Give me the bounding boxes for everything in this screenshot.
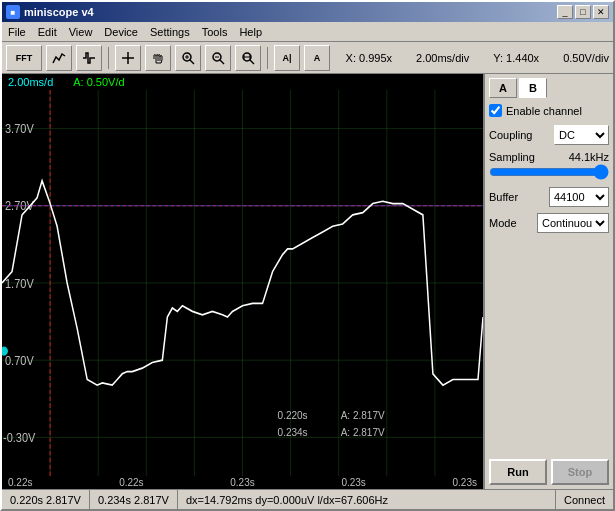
sampling-slider[interactable] (489, 165, 609, 179)
main-window: ■ miniscope v4 _ □ ✕ File Edit View Devi… (0, 0, 615, 511)
enable-channel-label: Enable channel (506, 105, 582, 117)
hand-tool-button[interactable] (145, 45, 171, 71)
run-stop-row: Run Stop (489, 459, 609, 485)
sampling-value: 44.1kHz (569, 151, 609, 163)
y-coord: Y: 1.440x (493, 52, 539, 64)
buffer-select[interactable]: 44100 22050 8192 (549, 187, 609, 207)
menu-edit[interactable]: Edit (32, 24, 63, 40)
channel-tabs: A B (489, 78, 609, 98)
scope-bottom-labels: 0.22s 0.22s 0.23s 0.23s 0.23s (2, 476, 483, 489)
x-label-0: 0.22s (8, 477, 32, 488)
title-bar: ■ miniscope v4 _ □ ✕ (2, 2, 613, 22)
menu-device[interactable]: Device (98, 24, 144, 40)
close-button[interactable]: ✕ (593, 5, 609, 19)
spacer (489, 239, 609, 455)
enable-channel-row: Enable channel (489, 104, 609, 117)
volt-div: 0.50V/div (563, 52, 609, 64)
buffer-row: Buffer 44100 22050 8192 (489, 187, 609, 207)
menu-view[interactable]: View (63, 24, 99, 40)
coupling-label: Coupling (489, 129, 532, 141)
label-a-button[interactable]: A (304, 45, 330, 71)
separator-2 (267, 47, 268, 69)
status-seg-3: dx=14.792ms dy=0.000uV l/dx=67.606Hz (178, 490, 556, 509)
scope-header: 2.00ms/d A: 0.50V/d (2, 74, 483, 90)
status-seg-1: 0.220s 2.817V (2, 490, 90, 509)
status-seg-4: Connect (556, 490, 613, 509)
zoom-out-button[interactable] (205, 45, 231, 71)
menu-bar: File Edit View Device Settings Tools Hel… (2, 22, 613, 42)
sampling-slider-container (489, 165, 609, 181)
sampling-section: Sampling 44.1kHz (489, 151, 609, 181)
mode-label: Mode (489, 217, 517, 229)
window-title: miniscope v4 (24, 6, 94, 18)
right-panel: A B Enable channel Coupling DC AC GND (483, 74, 613, 489)
status-text-2: 0.234s 2.817V (98, 494, 169, 506)
channel-a-tab[interactable]: A (489, 78, 517, 98)
svg-text:A: 2.817V: A: 2.817V (341, 426, 386, 439)
channel-b-tab[interactable]: B (519, 78, 547, 98)
mode-row: Mode Continuous Single Triggered (489, 213, 609, 233)
status-seg-2: 0.234s 2.817V (90, 490, 178, 509)
status-bar: 0.220s 2.817V 0.234s 2.817V dx=14.792ms … (2, 489, 613, 509)
scope-canvas[interactable]: 3.70V 2.70V 1.70V 0.70V -0.30V (2, 90, 483, 476)
svg-text:1.70V: 1.70V (5, 276, 34, 290)
title-bar-left: ■ miniscope v4 (6, 5, 94, 19)
coords-display: X: 0.995x 2.00ms/div Y: 1.440x 0.50V/div (346, 52, 609, 64)
fft-button[interactable]: FFT (6, 45, 42, 71)
menu-tools[interactable]: Tools (196, 24, 234, 40)
scope-area[interactable]: 2.00ms/d A: 0.50V/d (2, 74, 483, 489)
zoom-fit-button[interactable] (235, 45, 261, 71)
graph-button[interactable] (46, 45, 72, 71)
minimize-button[interactable]: _ (557, 5, 573, 19)
status-text-4: Connect (564, 494, 605, 506)
svg-line-3 (190, 60, 194, 64)
svg-text:A: 2.817V: A: 2.817V (341, 409, 386, 422)
svg-text:3.70V: 3.70V (5, 121, 34, 135)
enable-channel-checkbox[interactable] (489, 104, 502, 117)
coupling-select[interactable]: DC AC GND (554, 125, 609, 145)
svg-text:-0.30V: -0.30V (3, 430, 36, 444)
x-label-3: 0.23s (341, 477, 365, 488)
status-text-1: 0.220s 2.817V (10, 494, 81, 506)
title-bar-controls: _ □ ✕ (557, 5, 609, 19)
x-coord: X: 0.995x (346, 52, 392, 64)
svg-text:0.220s: 0.220s (278, 409, 308, 422)
x-label-4: 0.23s (453, 477, 477, 488)
svg-line-7 (220, 60, 224, 64)
svg-text:0.70V: 0.70V (5, 353, 34, 367)
zoom-in-button[interactable] (175, 45, 201, 71)
coupling-row: Coupling DC AC GND (489, 125, 609, 145)
scope-grid-svg: 3.70V 2.70V 1.70V 0.70V -0.30V (2, 90, 483, 476)
main-content: 2.00ms/d A: 0.50V/d (2, 74, 613, 489)
volt-per-div-label: A: 0.50V/d (73, 76, 124, 88)
svg-text:0.234s: 0.234s (278, 426, 308, 439)
x-label-2: 0.23s (230, 477, 254, 488)
toolbar: FFT A| A (2, 42, 613, 74)
maximize-button[interactable]: □ (575, 5, 591, 19)
sampling-row: Sampling 44.1kHz (489, 151, 609, 163)
cursor-a-button[interactable]: A| (274, 45, 300, 71)
menu-file[interactable]: File (2, 24, 32, 40)
time-div: 2.00ms/div (416, 52, 469, 64)
app-icon: ■ (6, 5, 20, 19)
mode-select[interactable]: Continuous Single Triggered (537, 213, 609, 233)
run-button[interactable]: Run (489, 459, 547, 485)
cursor-plus-button[interactable] (115, 45, 141, 71)
sampling-label: Sampling (489, 151, 535, 163)
time-per-div-label: 2.00ms/d (8, 76, 53, 88)
waveform-button[interactable] (76, 45, 102, 71)
buffer-label: Buffer (489, 191, 518, 203)
status-text-3: dx=14.792ms dy=0.000uV l/dx=67.606Hz (186, 494, 388, 506)
stop-button[interactable]: Stop (551, 459, 609, 485)
x-label-1: 0.22s (119, 477, 143, 488)
svg-line-10 (250, 60, 254, 64)
menu-settings[interactable]: Settings (144, 24, 196, 40)
separator-1 (108, 47, 109, 69)
menu-help[interactable]: Help (233, 24, 268, 40)
